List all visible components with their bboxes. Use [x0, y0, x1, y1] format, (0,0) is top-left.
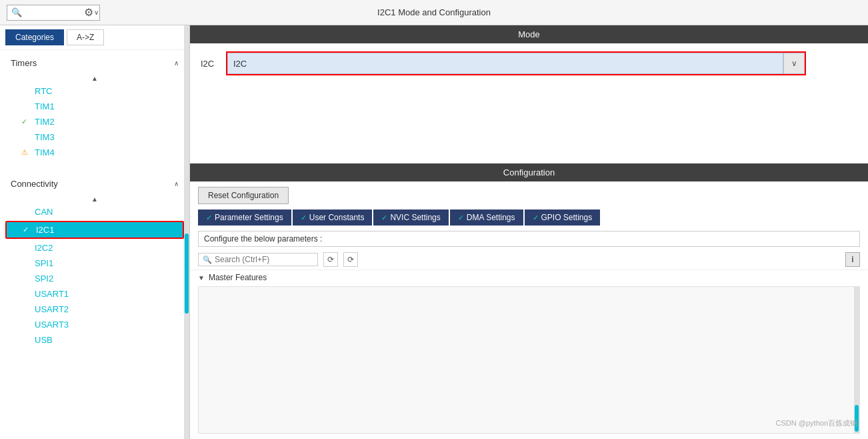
right-scrollbar[interactable] [854, 287, 859, 433]
top-bar: 🔍 ∨ ⚙ I2C1 Mode and Configuration [0, 0, 868, 25]
sidebar-item-i2c1[interactable]: ✓ I2C1 [7, 222, 183, 238]
window-title: I2C1 Mode and Configuration [377, 7, 491, 17]
sidebar-item-usart3[interactable]: USART3 [0, 317, 189, 332]
master-features-row[interactable]: ▼ Master Features [190, 270, 868, 285]
user-check-icon: ✓ [301, 213, 307, 222]
gpio-check-icon: ✓ [533, 213, 539, 222]
config-section: Configuration Reset Configuration ✓ Para… [190, 163, 868, 439]
settings-button[interactable]: ⚙ [84, 6, 93, 19]
tab-atoz[interactable]: A->Z [67, 29, 104, 45]
mode-select-wrapper: I2C ∨ [226, 51, 806, 75]
next-icon: ⟳ [347, 255, 354, 264]
reset-configuration-button[interactable]: Reset Configuration [198, 187, 289, 204]
sidebar-item-tim3[interactable]: TIM3 [0, 129, 189, 145]
mode-section-header: Mode [190, 25, 868, 43]
i2c1-selected-wrapper: ✓ I2C1 [5, 221, 184, 239]
category-connectivity-label: Connectivity [11, 179, 58, 189]
spi2-label: SPI2 [35, 274, 53, 284]
config-info-bar: Configure the below parameters : [198, 231, 860, 247]
sidebar-item-usart2[interactable]: USART2 [0, 302, 189, 317]
watermark: CSDN @python百炼成钢 [776, 418, 857, 428]
top-bar-left: 🔍 ∨ ⚙ [7, 5, 100, 21]
user-constants-label: User Constants [309, 213, 365, 222]
can-label: CAN [35, 207, 53, 217]
sidebar-item-tim2[interactable]: ✓ TIM2 [0, 114, 189, 129]
tim4-label: TIM4 [35, 147, 55, 157]
tab-nvic-settings[interactable]: ✓ NVIC Settings [373, 209, 448, 226]
sidebar-item-can[interactable]: CAN [0, 204, 189, 220]
sidebar: Categories A->Z Timers ∧ ▲ RTC TIM1 [0, 25, 190, 439]
search-icon: 🔍 [11, 7, 22, 17]
sidebar-item-usart1[interactable]: USART1 [0, 286, 189, 302]
scroll-up-icon: ▲ [91, 75, 98, 82]
i2c1-check-icon: ✓ [23, 226, 33, 234]
sidebar-item-i2c2[interactable]: I2C2 [0, 240, 189, 256]
i2c2-label: I2C2 [35, 243, 53, 253]
tim2-label: TIM2 [35, 117, 55, 127]
info-icon: i [851, 255, 853, 264]
chevron-up-icon: ∧ [174, 59, 179, 67]
sidebar-item-spi1[interactable]: SPI1 [0, 256, 189, 271]
category-timers-label: Timers [11, 58, 37, 68]
param-settings-label: Parameter Settings [215, 213, 283, 222]
tab-gpio-settings[interactable]: ✓ GPIO Settings [525, 209, 601, 226]
nav-prev-button[interactable]: ⟳ [323, 252, 338, 267]
sidebar-scrollbar[interactable] [184, 25, 189, 439]
gpio-settings-label: GPIO Settings [541, 213, 593, 222]
mode-row: I2C I2C ∨ [201, 51, 857, 75]
usart3-label: USART3 [35, 320, 69, 330]
mode-chevron-icon[interactable]: ∨ [783, 53, 805, 74]
chevron-up-icon2: ∧ [174, 180, 179, 187]
sidebar-item-rtc[interactable]: RTC [0, 83, 189, 99]
chevron-down-icon: ∨ [94, 9, 99, 16]
dma-check-icon: ✓ [458, 213, 464, 222]
timers-items: ▲ RTC TIM1 ✓ TIM2 TIM3 [0, 73, 189, 163]
tab-categories[interactable]: Categories [5, 29, 64, 45]
tim1-label: TIM1 [35, 101, 55, 111]
config-content: Reset Configuration ✓ Parameter Settings… [190, 181, 868, 439]
scroll-up-icon2: ▲ [91, 195, 98, 203]
usart2-label: USART2 [35, 304, 69, 314]
tab-dma-settings[interactable]: ✓ DMA Settings [450, 209, 523, 226]
filter-search[interactable]: 🔍 [198, 253, 318, 266]
master-features-arrow-icon: ▼ [198, 274, 205, 282]
filter-search-icon: 🔍 [203, 256, 212, 264]
search-filter-row: 🔍 ⟳ ⟳ i [190, 250, 868, 270]
nvic-settings-label: NVIC Settings [390, 213, 440, 222]
nav-next-button[interactable]: ⟳ [343, 252, 358, 267]
tim2-check-icon: ✓ [21, 117, 32, 126]
mode-label: I2C [201, 59, 221, 69]
config-body [198, 286, 860, 434]
connectivity-items: ▲ CAN ✓ I2C1 I2C2 [0, 194, 189, 350]
sidebar-content: Timers ∧ ▲ RTC TIM1 ✓ TIM2 [0, 50, 189, 439]
tab-parameter-settings[interactable]: ✓ Parameter Settings [198, 209, 291, 226]
category-connectivity[interactable]: Connectivity ∧ [0, 173, 189, 194]
filter-search-input[interactable] [215, 255, 301, 264]
sidebar-item-spi2[interactable]: SPI2 [0, 271, 189, 286]
tim3-label: TIM3 [35, 132, 55, 142]
search-input[interactable] [25, 8, 91, 17]
master-features-label: Master Features [209, 273, 267, 282]
scroll-up-indicator: ▲ [0, 73, 189, 83]
tim4-warn-icon: ⚠ [21, 148, 32, 157]
sidebar-scrollbar-thumb [185, 234, 189, 314]
mode-section: Mode I2C I2C ∨ [190, 25, 868, 163]
info-button[interactable]: i [845, 252, 860, 267]
category-timers[interactable]: Timers ∧ [0, 53, 189, 73]
nvic-check-icon: ✓ [381, 213, 387, 222]
prev-icon: ⟳ [327, 255, 334, 264]
mode-select[interactable]: I2C [227, 53, 783, 74]
config-tabs: ✓ Parameter Settings ✓ User Constants ✓ … [190, 209, 868, 226]
i2c1-label: I2C1 [36, 225, 54, 235]
right-panel: Mode I2C I2C ∨ Configuration Reset Confi… [190, 25, 868, 439]
sidebar-item-usb[interactable]: USB [0, 332, 189, 348]
sidebar-tabs: Categories A->Z [0, 25, 189, 50]
sidebar-item-tim4[interactable]: ⚠ TIM4 [0, 145, 189, 160]
tab-user-constants[interactable]: ✓ User Constants [293, 209, 373, 226]
usb-label: USB [35, 335, 53, 345]
main-layout: Categories A->Z Timers ∧ ▲ RTC TIM1 [0, 25, 868, 439]
spi1-label: SPI1 [35, 258, 53, 268]
config-section-header: Configuration [190, 163, 868, 181]
sidebar-item-tim1[interactable]: TIM1 [0, 99, 189, 114]
rtc-label: RTC [35, 86, 52, 96]
